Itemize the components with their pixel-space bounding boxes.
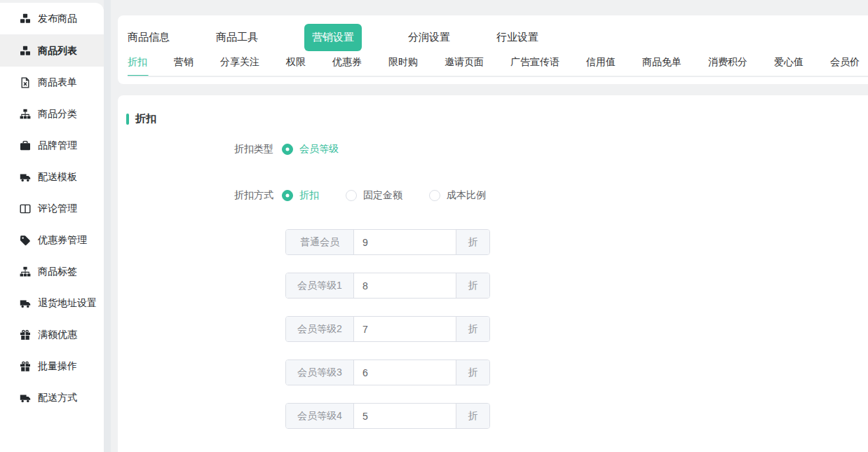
cubes-icon — [20, 46, 31, 57]
subtab-ad-slogan[interactable]: 广告宣传语 — [510, 56, 560, 76]
subtab-coupon[interactable]: 优惠券 — [332, 56, 362, 76]
discount-value-input[interactable] — [354, 273, 456, 298]
input-prepend-label: 会员等级1 — [286, 273, 354, 298]
discount-value-input[interactable] — [354, 360, 456, 385]
sidebar-item-label: 商品标签 — [38, 266, 77, 278]
section-title-text: 折扣 — [135, 112, 156, 125]
discount-row-member-level-3: 会员等级3 折 — [285, 359, 490, 385]
sidebar-scrollbar[interactable] — [104, 0, 111, 452]
subtab-credit-value[interactable]: 信用值 — [586, 56, 616, 76]
discount-row-member-level-1: 会员等级1 折 — [285, 273, 490, 299]
input-append-unit: 折 — [456, 317, 489, 341]
discount-row-member-level-2: 会员等级2 折 — [285, 316, 490, 342]
cubes-icon — [20, 13, 31, 25]
subtab-product-free[interactable]: 商品免单 — [642, 56, 681, 76]
sidebar-item-coupon-management[interactable]: 优惠券管理 — [0, 224, 104, 256]
sidebar-item-product-category[interactable]: 商品分类 — [0, 98, 104, 130]
sidebar-item-label: 商品列表 — [38, 45, 77, 57]
tab-profit-settings[interactable]: 分润设置 — [408, 31, 450, 44]
tab-product-info[interactable]: 商品信息 — [128, 31, 170, 44]
sidebar-item-full-amount-discount[interactable]: 满额优惠 — [0, 319, 104, 350]
top-tabs: 商品信息 商品工具 营销设置 分润设置 行业设置 — [128, 22, 868, 52]
briefcase-icon — [20, 140, 31, 151]
input-prepend-label: 普通会员 — [286, 230, 354, 254]
discount-form: 折扣类型 会员等级 折扣方式 折扣 固定 — [126, 137, 868, 429]
discount-rows: 普通会员 折 会员等级1 折 会员等级2 折 会员等级3 — [285, 229, 868, 429]
sidebar-item-label: 评论管理 — [38, 203, 77, 215]
sidebar-item-batch-operations[interactable]: 批量操作 — [0, 350, 104, 382]
radio-unselected-icon[interactable] — [429, 190, 440, 201]
sidebar-item-label: 满额优惠 — [38, 329, 77, 341]
tab-product-tools[interactable]: 商品工具 — [216, 31, 258, 44]
subtab-flash-sale[interactable]: 限时购 — [388, 56, 418, 76]
sidebar-item-label: 商品表单 — [38, 76, 77, 89]
sidebar-item-label: 发布商品 — [38, 13, 77, 25]
sidebar-item-product-list[interactable]: 商品列表 — [0, 35, 104, 67]
sidebar-item-brand-management[interactable]: 品牌管理 — [0, 130, 104, 161]
sitemap-icon — [20, 109, 31, 120]
sub-tabs: 折扣 营销 分享关注 权限 优惠券 限时购 邀请页面 广告宣传语 信用值 商品免… — [128, 56, 868, 77]
section-title: 折扣 — [126, 112, 868, 125]
subtab-invite-page[interactable]: 邀请页面 — [445, 56, 484, 76]
tabs-card: 商品信息 商品工具 营销设置 分润设置 行业设置 折扣 营销 分享关注 权限 优… — [118, 15, 868, 84]
discount-row-member-level-4: 会员等级4 折 — [285, 403, 490, 429]
discount-mode-radio-group: 折扣 固定金额 成本比例 — [282, 189, 486, 202]
input-prepend-label: 会员等级3 — [286, 360, 354, 385]
subtab-love-value[interactable]: 爱心值 — [774, 56, 803, 76]
sidebar-item-delivery-method[interactable]: 配送方式 — [0, 382, 104, 413]
truck-icon — [20, 298, 31, 309]
truck-icon — [20, 172, 31, 183]
sidebar-item-product-tags[interactable]: 商品标签 — [0, 256, 104, 287]
input-prepend-label: 会员等级4 — [286, 404, 354, 428]
input-append-unit: 折 — [456, 404, 489, 428]
discount-mode-row: 折扣方式 折扣 固定金额 成本比例 — [126, 183, 868, 208]
input-append-unit: 折 — [456, 273, 489, 298]
radio-option-label: 固定金额 — [363, 189, 402, 202]
columns-icon — [20, 203, 31, 214]
sidebar-item-publish-product[interactable]: 发布商品 — [0, 3, 104, 35]
sidebar: 发布商品 商品列表 商品表单 商品分类 品牌管理 配送模板 评论管理 优惠券管理… — [0, 3, 104, 452]
discount-type-radio-group: 会员等级 — [282, 143, 339, 156]
input-append-unit: 折 — [456, 230, 489, 254]
tab-industry-settings[interactable]: 行业设置 — [496, 31, 538, 44]
radio-unselected-icon[interactable] — [346, 190, 357, 201]
main-area: 商品信息 商品工具 营销设置 分润设置 行业设置 折扣 营销 分享关注 权限 优… — [111, 0, 868, 452]
sidebar-item-label: 商品分类 — [38, 108, 77, 121]
subtab-share-follow[interactable]: 分享关注 — [220, 56, 259, 76]
discount-value-input[interactable] — [354, 317, 456, 341]
sidebar-item-product-form[interactable]: 商品表单 — [0, 67, 104, 98]
input-append-unit: 折 — [456, 360, 489, 385]
tag-icon — [20, 235, 31, 246]
file-excel-icon — [20, 77, 31, 88]
radio-option-cost-ratio[interactable]: 成本比例 — [429, 189, 486, 202]
input-prepend-label: 会员等级2 — [286, 317, 354, 341]
radio-option-fixed-amount[interactable]: 固定金额 — [346, 189, 402, 202]
subtab-marketing[interactable]: 营销 — [174, 56, 194, 76]
gift-icon — [20, 361, 31, 372]
radio-option-label: 成本比例 — [447, 189, 486, 202]
radio-option-label: 折扣 — [299, 189, 319, 202]
discount-type-label: 折扣类型 — [126, 143, 282, 156]
subtab-member-price[interactable]: 会员价 — [830, 56, 860, 76]
discount-type-row: 折扣类型 会员等级 — [126, 137, 868, 162]
radio-option-discount[interactable]: 折扣 — [282, 189, 319, 202]
tab-marketing-settings[interactable]: 营销设置 — [304, 24, 362, 51]
sidebar-item-label: 品牌管理 — [38, 139, 77, 152]
radio-option-member-level[interactable]: 会员等级 — [282, 143, 339, 156]
radio-selected-icon[interactable] — [282, 144, 293, 155]
sidebar-item-shipping-template[interactable]: 配送模板 — [0, 161, 104, 193]
sidebar-item-return-address-settings[interactable]: 退货地址设置 — [0, 287, 104, 319]
discount-value-input[interactable] — [354, 404, 456, 428]
sidebar-item-label: 配送方式 — [38, 392, 77, 404]
radio-selected-icon[interactable] — [282, 190, 293, 201]
sidebar-item-label: 退货地址设置 — [38, 297, 97, 310]
discount-mode-label: 折扣方式 — [126, 189, 282, 202]
section-title-bar — [126, 114, 129, 125]
subtab-permissions[interactable]: 权限 — [286, 56, 306, 76]
discount-value-input[interactable] — [354, 230, 456, 254]
sidebar-item-review-management[interactable]: 评论管理 — [0, 193, 104, 224]
truck-icon — [20, 392, 31, 404]
sidebar-item-label: 优惠券管理 — [38, 234, 87, 247]
subtab-consumption-points[interactable]: 消费积分 — [708, 56, 747, 76]
subtab-discount[interactable]: 折扣 — [128, 56, 147, 76]
